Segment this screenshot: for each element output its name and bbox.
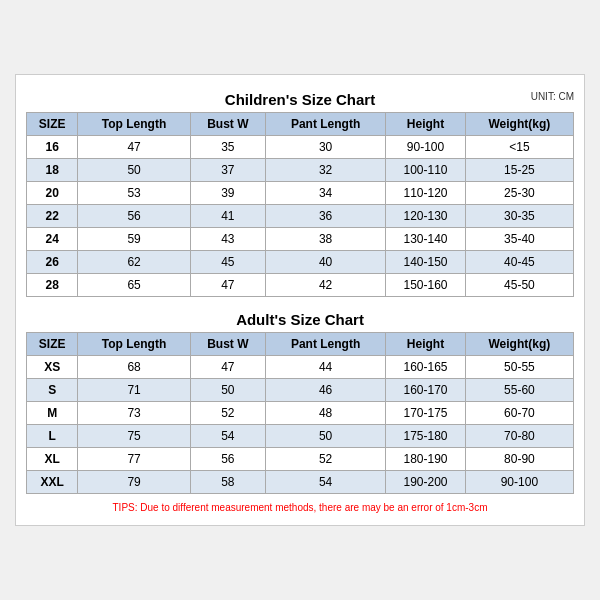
table-cell: 58 bbox=[190, 471, 265, 494]
table-cell: 62 bbox=[78, 251, 191, 274]
table-row: XXL795854190-20090-100 bbox=[27, 471, 574, 494]
children-col-header: SIZE bbox=[27, 113, 78, 136]
table-cell: 175-180 bbox=[386, 425, 465, 448]
table-cell: 34 bbox=[265, 182, 385, 205]
table-cell: <15 bbox=[465, 136, 573, 159]
table-cell: 38 bbox=[265, 228, 385, 251]
table-cell: 60-70 bbox=[465, 402, 573, 425]
children-col-header: Bust W bbox=[190, 113, 265, 136]
adults-tbody: XS684744160-16550-55S715046160-17055-60M… bbox=[27, 356, 574, 494]
tips-text: TIPS: Due to different measurement metho… bbox=[26, 500, 574, 515]
table-cell: 90-100 bbox=[386, 136, 465, 159]
table-row: M735248170-17560-70 bbox=[27, 402, 574, 425]
table-cell: 44 bbox=[265, 356, 385, 379]
table-cell: 22 bbox=[27, 205, 78, 228]
table-cell: 110-120 bbox=[386, 182, 465, 205]
table-cell: 56 bbox=[78, 205, 191, 228]
table-cell: 79 bbox=[78, 471, 191, 494]
table-cell: 43 bbox=[190, 228, 265, 251]
children-col-header: Pant Length bbox=[265, 113, 385, 136]
table-cell: 55-60 bbox=[465, 379, 573, 402]
children-header-row: SIZETop LengthBust WPant LengthHeightWei… bbox=[27, 113, 574, 136]
table-cell: 20 bbox=[27, 182, 78, 205]
table-cell: 47 bbox=[190, 274, 265, 297]
table-cell: M bbox=[27, 402, 78, 425]
table-cell: 47 bbox=[78, 136, 191, 159]
children-title: Children's Size Chart UNIT: CM bbox=[26, 85, 574, 112]
table-cell: 15-25 bbox=[465, 159, 573, 182]
adults-col-header: Weight(kg) bbox=[465, 333, 573, 356]
table-row: 26624540140-15040-45 bbox=[27, 251, 574, 274]
table-cell: 52 bbox=[190, 402, 265, 425]
adults-col-header: SIZE bbox=[27, 333, 78, 356]
table-cell: 150-160 bbox=[386, 274, 465, 297]
table-cell: 70-80 bbox=[465, 425, 573, 448]
table-cell: 53 bbox=[78, 182, 191, 205]
table-cell: 120-130 bbox=[386, 205, 465, 228]
children-table: SIZETop LengthBust WPant LengthHeightWei… bbox=[26, 112, 574, 297]
table-cell: 68 bbox=[78, 356, 191, 379]
table-row: XL775652180-19080-90 bbox=[27, 448, 574, 471]
adults-col-header: Bust W bbox=[190, 333, 265, 356]
table-cell: XS bbox=[27, 356, 78, 379]
table-cell: 25-30 bbox=[465, 182, 573, 205]
table-cell: 54 bbox=[190, 425, 265, 448]
table-row: 18503732100-11015-25 bbox=[27, 159, 574, 182]
adults-thead: SIZETop LengthBust WPant LengthHeightWei… bbox=[27, 333, 574, 356]
table-cell: XXL bbox=[27, 471, 78, 494]
table-cell: 160-165 bbox=[386, 356, 465, 379]
table-cell: 140-150 bbox=[386, 251, 465, 274]
table-row: 28654742150-16045-50 bbox=[27, 274, 574, 297]
table-cell: 47 bbox=[190, 356, 265, 379]
table-cell: 35-40 bbox=[465, 228, 573, 251]
table-cell: 18 bbox=[27, 159, 78, 182]
table-cell: 16 bbox=[27, 136, 78, 159]
table-cell: 56 bbox=[190, 448, 265, 471]
table-cell: 37 bbox=[190, 159, 265, 182]
table-cell: 45-50 bbox=[465, 274, 573, 297]
table-cell: 75 bbox=[78, 425, 191, 448]
children-col-header: Top Length bbox=[78, 113, 191, 136]
children-thead: SIZETop LengthBust WPant LengthHeightWei… bbox=[27, 113, 574, 136]
adults-col-header: Pant Length bbox=[265, 333, 385, 356]
table-cell: 59 bbox=[78, 228, 191, 251]
table-cell: 170-175 bbox=[386, 402, 465, 425]
table-cell: 32 bbox=[265, 159, 385, 182]
table-cell: 48 bbox=[265, 402, 385, 425]
table-cell: L bbox=[27, 425, 78, 448]
chart-container: Children's Size Chart UNIT: CM SIZETop L… bbox=[15, 74, 585, 526]
children-col-header: Weight(kg) bbox=[465, 113, 573, 136]
table-cell: 80-90 bbox=[465, 448, 573, 471]
table-cell: 42 bbox=[265, 274, 385, 297]
table-cell: 190-200 bbox=[386, 471, 465, 494]
table-cell: 130-140 bbox=[386, 228, 465, 251]
table-cell: 41 bbox=[190, 205, 265, 228]
table-cell: 40 bbox=[265, 251, 385, 274]
table-cell: 35 bbox=[190, 136, 265, 159]
table-cell: 50 bbox=[265, 425, 385, 448]
table-cell: 90-100 bbox=[465, 471, 573, 494]
table-cell: 50-55 bbox=[465, 356, 573, 379]
table-row: 22564136120-13030-35 bbox=[27, 205, 574, 228]
adults-col-header: Top Length bbox=[78, 333, 191, 356]
table-cell: XL bbox=[27, 448, 78, 471]
table-cell: 30 bbox=[265, 136, 385, 159]
table-cell: 54 bbox=[265, 471, 385, 494]
table-row: S715046160-17055-60 bbox=[27, 379, 574, 402]
table-cell: 30-35 bbox=[465, 205, 573, 228]
table-cell: 65 bbox=[78, 274, 191, 297]
children-tbody: 1647353090-100<1518503732100-11015-25205… bbox=[27, 136, 574, 297]
table-cell: 45 bbox=[190, 251, 265, 274]
table-cell: 26 bbox=[27, 251, 78, 274]
table-cell: 180-190 bbox=[386, 448, 465, 471]
table-row: L755450175-18070-80 bbox=[27, 425, 574, 448]
adults-col-header: Height bbox=[386, 333, 465, 356]
adults-title-text: Adult's Size Chart bbox=[236, 311, 364, 328]
table-cell: 36 bbox=[265, 205, 385, 228]
table-cell: 50 bbox=[78, 159, 191, 182]
table-cell: 71 bbox=[78, 379, 191, 402]
children-title-text: Children's Size Chart bbox=[225, 91, 375, 108]
table-row: XS684744160-16550-55 bbox=[27, 356, 574, 379]
unit-label: UNIT: CM bbox=[531, 91, 574, 102]
table-cell: 40-45 bbox=[465, 251, 573, 274]
